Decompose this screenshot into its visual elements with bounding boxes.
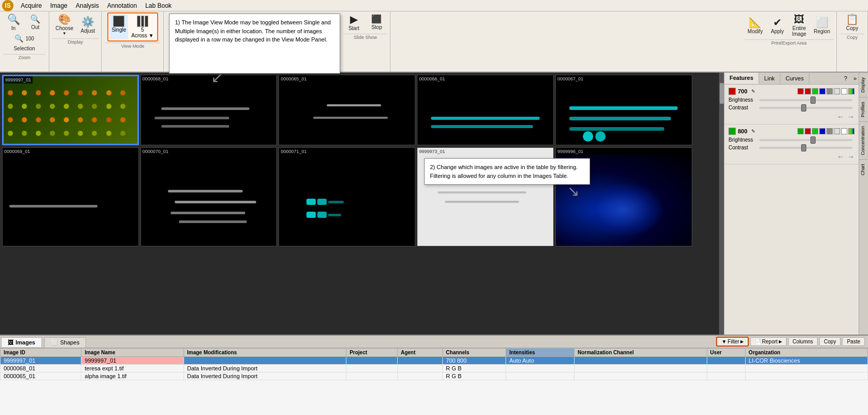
tab-shapes[interactable]: ⬜ Shapes — [44, 337, 86, 348]
image-scrollbar[interactable] — [719, 73, 724, 335]
swatch-700-4[interactable] — [819, 88, 825, 94]
tab-help[interactable]: ? — [840, 73, 851, 84]
paste-button[interactable]: Paste — [842, 337, 865, 346]
channel-800-edit[interactable]: ✎ — [751, 129, 755, 134]
swatch-700-8[interactable] — [848, 88, 855, 94]
tab-link[interactable]: Link — [759, 73, 780, 84]
viewmode-group: Single 5 Across ▼ View Mode — [102, 11, 164, 72]
multi-view-button[interactable]: 5 Across ▼ — [129, 15, 156, 39]
swatch-700-7[interactable] — [841, 88, 847, 94]
adjust-button[interactable]: ⚙️ Adjust — [77, 15, 98, 35]
swatch-800-8[interactable] — [848, 128, 855, 134]
single-view-button[interactable]: Single — [109, 15, 128, 39]
cell-project-1 — [346, 357, 398, 365]
col-image-id[interactable]: Image ID — [1, 349, 81, 357]
table-row-0000065[interactable]: 0000065_01 alpha image 1.tif Data Invert… — [1, 372, 868, 380]
swatch-700-6[interactable] — [834, 88, 840, 94]
menu-image[interactable]: Image — [46, 1, 72, 10]
toolbar-copy-button[interactable]: 📋 Copy — [842, 12, 863, 33]
panel-expand[interactable]: » — [851, 73, 859, 84]
col-channels[interactable]: Channels — [443, 349, 506, 357]
image-card-9999997[interactable]: 9999997_01 — [2, 75, 139, 145]
col-agent[interactable]: Agent — [397, 349, 442, 357]
image-card-9999973[interactable]: 9999973_01 2) Change which images are ac… — [417, 147, 554, 246]
swatch-700-3[interactable] — [812, 88, 818, 94]
col-org[interactable]: Organization — [745, 349, 867, 357]
report-button[interactable]: 📄 Report ▶ — [750, 337, 787, 346]
adjust-icon: ⚙️ — [81, 17, 94, 27]
image-card-0000069[interactable]: 0000069_01 — [2, 147, 139, 246]
filter-button[interactable]: ▼ Filter ▶ — [716, 337, 748, 347]
choose-button[interactable]: 🎨 Choose ▼ — [52, 12, 76, 37]
tab-curves[interactable]: Curves — [780, 73, 809, 84]
channel-800-label: 800 — [738, 128, 747, 134]
zoom-value-button[interactable]: 🔍 100 — [11, 33, 37, 44]
swatch-800-7[interactable] — [841, 128, 847, 134]
tab-images[interactable]: 🖼 Images — [1, 337, 42, 347]
arrow-right-800[interactable]: → — [847, 153, 855, 161]
tab-features[interactable]: Features — [724, 73, 759, 84]
stop-button[interactable]: ⬛ Stop — [366, 13, 387, 32]
menu-acquire[interactable]: Acquire — [17, 1, 46, 10]
image-card-0000067[interactable]: 0000067_01 — [555, 75, 692, 145]
side-tab-concentration[interactable]: Concentration — [859, 121, 868, 159]
arrow-left-700[interactable]: ← — [837, 113, 844, 121]
image-card-0000066[interactable]: 0000066_01 — [417, 75, 554, 145]
table-row-9999997[interactable]: 9999997_01 9999997_01 700 800 Auto Auto … — [1, 357, 868, 365]
side-tab-chart[interactable]: Chart — [859, 159, 868, 179]
modify-button[interactable]: 📐 Modify — [745, 16, 766, 36]
region-button[interactable]: ⬜ Region — [810, 16, 833, 36]
col-user[interactable]: User — [707, 349, 745, 357]
bottom-copy-button[interactable]: Copy — [819, 337, 841, 346]
swatch-800-2[interactable] — [805, 128, 811, 134]
image-card-0000068[interactable]: 0000068_01 — [141, 75, 277, 145]
start-button[interactable]: ▶ Start — [343, 12, 364, 33]
side-tab-profiles[interactable]: Profiles — [859, 97, 868, 121]
swatch-800-3[interactable] — [812, 128, 818, 134]
brightness-700-track[interactable] — [759, 99, 852, 101]
menu-labbook[interactable]: Lab Book — [141, 1, 176, 10]
contrast-800-thumb[interactable] — [801, 144, 806, 151]
cell-name-3: alpha image 1.tif — [81, 372, 184, 380]
swatch-800-6[interactable] — [834, 128, 840, 134]
swatch-700-5[interactable] — [827, 88, 833, 94]
menu-analysis[interactable]: Analysis — [72, 1, 103, 10]
brightness-700-thumb[interactable] — [810, 96, 816, 104]
col-modifications[interactable]: Image Modifications — [184, 349, 346, 357]
col-intensities[interactable]: Intensities — [506, 349, 575, 357]
image-card-0000070[interactable]: 0000070_01 — [141, 147, 277, 246]
apply-button[interactable]: ✔ Apply — [767, 16, 788, 36]
arrow-left-800[interactable]: ← — [837, 153, 844, 161]
arrow-right-700[interactable]: → — [847, 113, 855, 121]
swatch-800-4[interactable] — [819, 128, 825, 134]
swatch-700-2[interactable] — [805, 88, 811, 94]
zoom-selection-button[interactable]: Selection — [10, 44, 38, 53]
image-card-0000065[interactable]: 0000065_01 — [278, 75, 415, 145]
image-card-0000071[interactable]: 0000071_01 — [278, 147, 415, 246]
channel-700-edit[interactable]: ✎ — [751, 89, 755, 94]
brightness-800-thumb[interactable] — [810, 136, 816, 144]
cell-id-1: 9999997_01 — [1, 357, 81, 365]
swatch-800-5[interactable] — [827, 128, 833, 134]
side-tab-display[interactable]: Display — [859, 73, 868, 97]
swatch-800-1[interactable] — [797, 128, 804, 134]
contrast-800-track[interactable] — [759, 147, 852, 149]
cell-intensities-1: Auto Auto — [506, 357, 575, 365]
table-row-0000068[interactable]: 0000068_01 teresa expt 1.tif Data Invert… — [1, 365, 868, 372]
col-image-name[interactable]: Image Name — [81, 349, 184, 357]
columns-button[interactable]: Columns — [788, 337, 818, 346]
zoom-out-icon: 🔍 — [30, 15, 40, 23]
zoom-in-button[interactable]: 🔍 In — [3, 12, 24, 33]
col-project[interactable]: Project — [346, 349, 398, 357]
channel-700-arrows: ← → — [729, 113, 855, 121]
menu-annotation[interactable]: Annotation — [103, 1, 141, 10]
cell-org-3 — [745, 372, 867, 380]
zoom-out-button[interactable]: 🔍 Out — [25, 13, 46, 32]
brightness-800-track[interactable] — [759, 139, 852, 141]
entire-image-button[interactable]: 🖼 Entire Image — [789, 12, 809, 38]
col-norm-channel[interactable]: Normalization Channel — [574, 349, 707, 357]
contrast-700-thumb[interactable] — [801, 104, 806, 112]
swatch-700-1[interactable] — [797, 88, 804, 94]
contrast-700-track[interactable] — [759, 107, 852, 109]
scrollbar-thumb[interactable] — [720, 83, 724, 104]
